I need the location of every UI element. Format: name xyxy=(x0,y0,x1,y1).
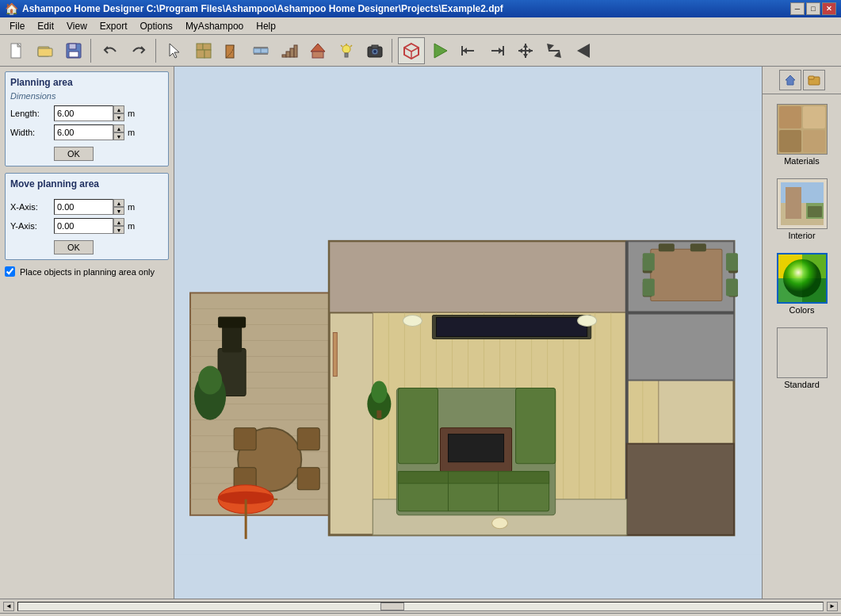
scroll-left-arrow[interactable]: ◄ xyxy=(3,602,14,611)
svg-rect-131 xyxy=(222,324,242,352)
wall-tool-button[interactable] xyxy=(190,37,217,64)
camera-tool-button[interactable] xyxy=(361,37,388,64)
planning-area-checkbox[interactable] xyxy=(5,266,15,277)
dimensions-ok-button[interactable]: OK xyxy=(54,147,94,161)
menu-export[interactable]: Export xyxy=(94,19,134,33)
minimize-button[interactable]: ─ xyxy=(790,2,805,15)
open-button[interactable] xyxy=(32,37,59,64)
width-up[interactable]: ▲ xyxy=(113,124,124,132)
x-axis-input[interactable] xyxy=(54,199,113,215)
y-axis-input[interactable] xyxy=(54,218,113,234)
select-tool-button[interactable] xyxy=(162,37,189,64)
redo-button[interactable] xyxy=(125,37,152,64)
save-button[interactable] xyxy=(60,37,87,64)
svg-point-134 xyxy=(198,366,222,395)
door-tool-button[interactable] xyxy=(219,37,246,64)
svg-rect-15 xyxy=(254,47,268,48)
x-axis-row: X-Axis: ▲ ▼ m xyxy=(10,199,163,215)
svg-point-119 xyxy=(578,315,597,326)
move-right-button[interactable] xyxy=(484,37,510,64)
y-unit: m xyxy=(128,221,135,231)
svg-line-33 xyxy=(404,48,411,52)
length-down[interactable]: ▼ xyxy=(113,113,124,121)
home-view-button[interactable] xyxy=(779,70,801,90)
right-toolbar xyxy=(763,67,841,94)
move-ok-button[interactable]: OK xyxy=(54,240,94,254)
svg-rect-19 xyxy=(290,48,294,57)
menu-file[interactable]: File xyxy=(3,19,31,33)
svg-line-34 xyxy=(411,48,419,52)
scroll-area: ◄ ► xyxy=(0,599,841,613)
window-title: Ashampoo Home Designer C:\Program Files\… xyxy=(22,3,790,14)
window-controls: ─ □ ✕ xyxy=(790,2,836,15)
length-input[interactable] xyxy=(54,105,113,121)
svg-rect-22 xyxy=(312,52,323,58)
zoom-fit-button[interactable] xyxy=(512,37,539,64)
catalog-standard[interactable]: Standard xyxy=(774,324,831,392)
lamp-tool-button[interactable] xyxy=(333,37,360,64)
svg-marker-7 xyxy=(170,44,179,58)
maximize-button[interactable]: □ xyxy=(806,2,820,15)
menu-view[interactable]: View xyxy=(60,19,94,33)
width-input-wrap: ▲ ▼ m xyxy=(54,124,135,140)
right-toolbar-row-1 xyxy=(779,70,825,90)
length-spinners: ▲ ▼ xyxy=(113,105,124,121)
roof-tool-button[interactable] xyxy=(304,37,331,64)
move-area-title: Move planning area xyxy=(10,178,163,189)
menu-options[interactable]: Options xyxy=(134,19,179,33)
width-down[interactable]: ▼ xyxy=(113,132,124,140)
interior-thumb xyxy=(777,178,828,229)
x-unit: m xyxy=(128,202,135,212)
scroll-thumb[interactable] xyxy=(380,603,404,610)
catalog-materials[interactable]: Materials xyxy=(774,101,831,169)
zoom-in-button[interactable] xyxy=(541,37,568,64)
3d-cube-button[interactable] xyxy=(398,37,425,64)
svg-rect-117 xyxy=(436,317,587,336)
undo-button[interactable] xyxy=(97,37,124,64)
x-down[interactable]: ▼ xyxy=(113,207,124,215)
svg-rect-110 xyxy=(659,243,675,251)
sep1 xyxy=(90,39,94,63)
svg-point-30 xyxy=(373,50,377,53)
menu-myashampoo[interactable]: MyAshampoo xyxy=(179,19,250,33)
length-row: Length: ▲ ▼ m xyxy=(10,105,163,121)
move-left-button[interactable] xyxy=(455,37,482,64)
stair-tool-button[interactable] xyxy=(276,37,303,64)
more-button[interactable] xyxy=(569,37,596,64)
length-up[interactable]: ▲ xyxy=(113,105,124,113)
x-spinners: ▲ ▼ xyxy=(113,199,124,215)
svg-marker-47 xyxy=(523,44,528,48)
svg-rect-24 xyxy=(345,53,348,57)
svg-rect-140 xyxy=(779,106,801,128)
new-button[interactable] xyxy=(3,37,30,64)
folder-button[interactable] xyxy=(803,70,825,90)
interior-label: Interior xyxy=(788,231,815,240)
svg-rect-9 xyxy=(203,44,211,50)
catalog-colors[interactable]: Colors xyxy=(774,250,831,318)
window-tool-button[interactable] xyxy=(247,37,274,64)
y-down[interactable]: ▼ xyxy=(113,226,124,234)
x-up[interactable]: ▲ xyxy=(113,199,124,207)
toolbar xyxy=(0,35,841,67)
x-axis-label: X-Axis: xyxy=(10,202,54,212)
menu-edit[interactable]: Edit xyxy=(31,19,60,33)
close-button[interactable]: ✕ xyxy=(822,2,836,15)
menu-help[interactable]: Help xyxy=(250,19,282,33)
scroll-track[interactable] xyxy=(17,602,824,611)
catalog-interior[interactable]: Interior xyxy=(774,175,831,243)
svg-marker-48 xyxy=(523,54,528,58)
svg-rect-112 xyxy=(643,253,655,270)
svg-rect-104 xyxy=(377,411,381,419)
width-row: Width: ▲ ▼ m xyxy=(10,124,163,140)
scroll-right-arrow[interactable]: ► xyxy=(827,602,838,611)
checkbox-row: Place objects in planning area only xyxy=(5,266,169,277)
svg-line-25 xyxy=(341,45,342,47)
y-up[interactable]: ▲ xyxy=(113,218,124,226)
app-icon: 🏠 xyxy=(5,2,18,15)
render-button[interactable] xyxy=(426,37,453,64)
width-input[interactable] xyxy=(54,124,113,140)
svg-rect-111 xyxy=(690,243,706,251)
svg-rect-101 xyxy=(516,388,556,464)
sep3 xyxy=(392,39,395,63)
svg-rect-11 xyxy=(205,50,211,58)
